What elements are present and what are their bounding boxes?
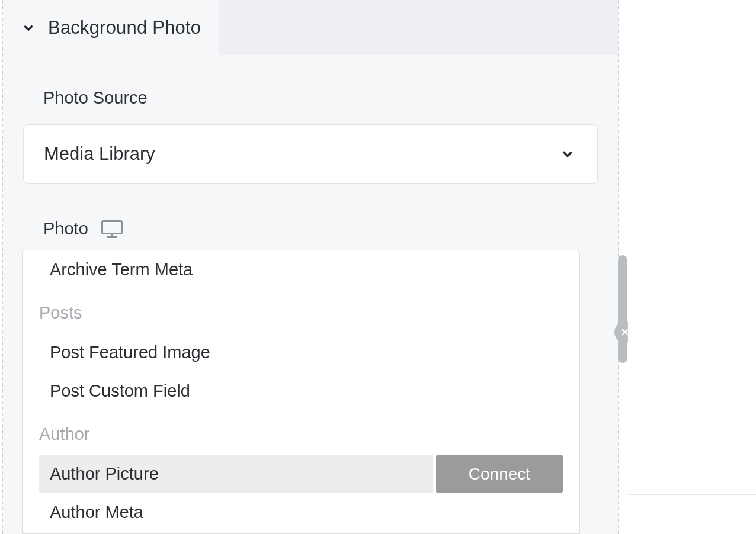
group-header-author: Author [23, 410, 579, 455]
connect-button[interactable]: Connect [436, 455, 563, 493]
tab-label: Background Photo [48, 17, 201, 38]
photo-source-dropdown[interactable]: Archive Term Meta Posts Post Featured Im… [22, 250, 580, 534]
group-header-user: User [23, 532, 579, 534]
settings-panel: Background Photo Photo Source Media Libr… [2, 0, 619, 534]
desktop-icon[interactable] [101, 220, 123, 238]
photo-source-label: Photo Source [23, 88, 598, 108]
photo-source-value: Media Library [44, 143, 155, 165]
scrollbar-thumb[interactable] [618, 255, 627, 363]
option-post-custom-field[interactable]: Post Custom Field [23, 372, 579, 410]
photo-label: Photo [23, 219, 598, 239]
chevron-down-icon [21, 20, 36, 36]
canvas-area [628, 0, 756, 534]
divider [628, 494, 756, 495]
option-post-featured-image[interactable]: Post Featured Image [23, 333, 579, 372]
option-author-picture[interactable]: Author Picture [39, 455, 433, 493]
photo-source-select[interactable]: Media Library [23, 124, 598, 184]
option-archive-term-meta[interactable]: Archive Term Meta [23, 253, 579, 289]
option-author-picture-row: Author Picture Connect [39, 455, 563, 493]
dropdown-list: Archive Term Meta Posts Post Featured Im… [23, 250, 579, 534]
tab-background-photo[interactable]: Background Photo [3, 0, 219, 55]
chevron-down-icon [559, 146, 576, 162]
group-header-posts: Posts [23, 289, 579, 333]
svg-rect-0 [102, 221, 121, 233]
option-author-meta[interactable]: Author Meta [23, 493, 579, 532]
photo-label-text: Photo [43, 219, 88, 239]
tab-bar: Background Photo [3, 0, 618, 55]
